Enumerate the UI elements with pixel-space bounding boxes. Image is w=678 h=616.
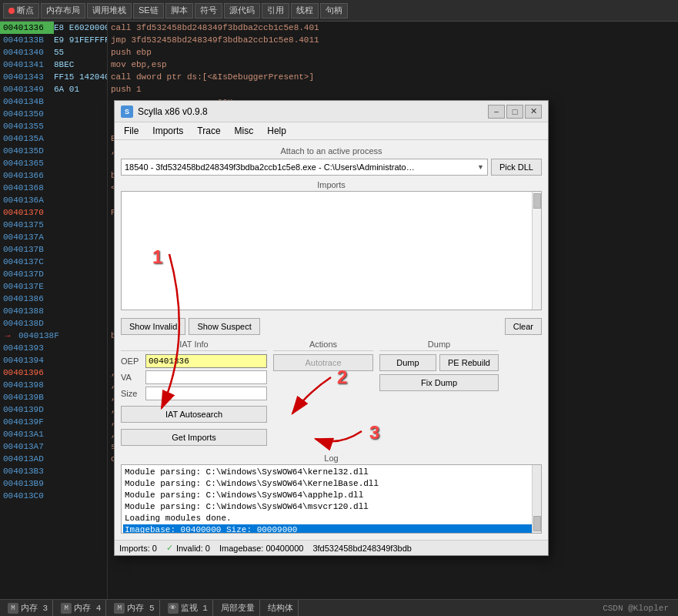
code-row: 00401366 bbox=[0, 169, 107, 182]
code-asm-row: call 3fd532458bd248349f3bdba2ccb1c5e8.40… bbox=[111, 22, 678, 34]
toolbar-script[interactable]: 脚本 bbox=[165, 3, 193, 18]
code-row: 004013C0 bbox=[0, 490, 107, 502]
bottom-section-wrapper: IAT Info OEP VA Size IAT Autosearch Get … bbox=[121, 340, 542, 446]
pe-rebuild-button[interactable]: PE Rebuild bbox=[439, 354, 499, 371]
status-right: CSDN @Klopler bbox=[603, 604, 675, 613]
status-watch[interactable]: 👁 监视 1 bbox=[163, 600, 213, 616]
code-row: 0040137E bbox=[0, 280, 107, 293]
log-entry-selected[interactable]: Imagebase: 00400000 Size: 00009000 bbox=[123, 524, 539, 534]
va-label: VA bbox=[121, 373, 142, 382]
process-select[interactable]: 18540 - 3fd532458bd248349f3bdba2ccb1c5e8… bbox=[121, 159, 488, 176]
clear-button[interactable]: Clear bbox=[505, 318, 542, 335]
toolbar-handles[interactable]: 句柄 bbox=[320, 3, 348, 18]
minimize-button[interactable]: − bbox=[488, 105, 505, 119]
menu-misc[interactable]: Misc bbox=[229, 124, 260, 138]
code-row: 00401365 bbox=[0, 157, 107, 169]
show-suspect-button[interactable]: Show Suspect bbox=[189, 318, 259, 335]
toolbar-breakpoints[interactable]: 断点 bbox=[3, 3, 39, 18]
toolbar-references[interactable]: 引用 bbox=[262, 3, 289, 18]
status-memory3[interactable]: M 内存 3 bbox=[3, 600, 53, 616]
dialog-titlebar[interactable]: S Scylla x86 v0.9.8 − □ ✕ bbox=[115, 101, 548, 122]
iat-autosearch-button[interactable]: IAT Autosearch bbox=[121, 406, 267, 423]
debugger-toolbar: 断点 内存布局 调用堆栈 SE链 脚本 符号 源代码 引用 线程 句柄 bbox=[0, 0, 678, 22]
oep-input[interactable] bbox=[145, 354, 267, 368]
pick-dll-button[interactable]: Pick DLL bbox=[491, 159, 542, 176]
scrollbar-thumb[interactable] bbox=[533, 193, 541, 209]
memory-icon: M bbox=[114, 603, 125, 614]
dropdown-arrow-icon: ▼ bbox=[477, 163, 484, 171]
code-asm-row: push ebp bbox=[111, 46, 678, 59]
invalid-status-text: Invalid: 0 bbox=[176, 544, 210, 553]
log-entry: Module parsing: C:\Windows\SysWOW64\Kern… bbox=[123, 478, 539, 490]
menu-trace[interactable]: Trace bbox=[191, 124, 226, 138]
status-locals[interactable]: 局部变量 bbox=[216, 600, 260, 616]
code-row: → 0040138F bbox=[0, 330, 107, 342]
scylla-dialog: S Scylla x86 v0.9.8 − □ ✕ File Imports T… bbox=[114, 100, 549, 556]
size-input[interactable] bbox=[145, 387, 267, 400]
dialog-menubar: File Imports Trace Misc Help bbox=[115, 122, 548, 140]
iat-buttons: IAT Autosearch Get Imports bbox=[121, 403, 267, 446]
va-input[interactable] bbox=[145, 370, 267, 384]
code-row: 00401341 8BEC bbox=[0, 59, 107, 71]
actions-title: Actions bbox=[273, 340, 373, 351]
toolbar-source[interactable]: 源代码 bbox=[224, 3, 260, 18]
imports-list[interactable] bbox=[121, 191, 542, 310]
log-scrollbar[interactable] bbox=[532, 465, 541, 533]
code-row: 0040139D bbox=[0, 403, 107, 416]
code-row: 00401368 bbox=[0, 182, 107, 194]
imports-scrollbar[interactable] bbox=[532, 192, 541, 310]
fix-dump-button[interactable]: Fix Dump bbox=[379, 374, 499, 391]
watch-icon: 👁 bbox=[168, 603, 179, 614]
dump-title: Dump bbox=[379, 340, 499, 351]
log-list[interactable]: Module parsing: C:\Windows\SysWOW64\kern… bbox=[121, 464, 542, 534]
status-structure[interactable]: 结构体 bbox=[263, 600, 299, 616]
attach-label: Attach to an active process bbox=[280, 146, 382, 156]
close-button[interactable]: ✕ bbox=[525, 105, 542, 119]
toolbar-symbols[interactable]: 符号 bbox=[195, 3, 222, 18]
maximize-button[interactable]: □ bbox=[506, 105, 523, 119]
check-icon: ✓ bbox=[166, 543, 173, 553]
log-entry: Module parsing: C:\Windows\SysWOW64\apph… bbox=[123, 490, 539, 501]
code-row: 0040135D bbox=[0, 145, 107, 157]
show-invalid-button[interactable]: Show Invalid bbox=[121, 318, 185, 335]
status-memory4[interactable]: M 内存 4 bbox=[56, 600, 106, 616]
oep-label: OEP bbox=[121, 357, 142, 366]
code-row: 00401394 bbox=[0, 354, 107, 367]
autotrace-button[interactable]: Autotrace bbox=[273, 354, 373, 371]
toolbar-threads[interactable]: 线程 bbox=[291, 3, 319, 18]
status-memory5[interactable]: M 内存 5 bbox=[109, 600, 159, 616]
right-buttons: Clear bbox=[505, 318, 542, 335]
status-imagebase: Imagebase: 00400000 bbox=[219, 544, 303, 553]
get-imports-button[interactable]: Get Imports bbox=[121, 429, 267, 446]
code-row: 0040139B bbox=[0, 391, 107, 403]
code-row: 0040137C bbox=[0, 256, 107, 268]
code-row: 0040134B bbox=[0, 95, 107, 108]
code-row: 0040137B bbox=[0, 243, 107, 256]
iat-info-section: IAT Info OEP VA Size IAT Autosearch Get … bbox=[121, 340, 267, 446]
oep-field-row: OEP bbox=[121, 354, 267, 368]
log-scrollbar-thumb[interactable] bbox=[533, 516, 541, 531]
dialog-body: Attach to an active process 18540 - 3fd5… bbox=[115, 140, 548, 540]
code-row: 00401393 bbox=[0, 342, 107, 354]
process-value: 18540 - 3fd532458bd248349f3bdba2ccb1c5e8… bbox=[125, 162, 417, 172]
code-asm-row: mov ebp,esp bbox=[111, 59, 678, 71]
code-row: 00401386 bbox=[0, 293, 107, 305]
menu-help[interactable]: Help bbox=[261, 124, 292, 138]
log-entry: Loading modules done. bbox=[123, 513, 539, 524]
code-row: 00401355 bbox=[0, 120, 107, 132]
dump-button[interactable]: Dump bbox=[379, 354, 436, 371]
code-row: 00401349 6A 01 bbox=[0, 83, 107, 95]
imports-label: Imports bbox=[121, 180, 542, 189]
menu-file[interactable]: File bbox=[118, 124, 145, 138]
dialog-statusbar: Imports: 0 ✓ Invalid: 0 Imagebase: 00400… bbox=[115, 540, 548, 555]
toolbar-callstack[interactable]: 调用堆栈 bbox=[87, 3, 132, 18]
toolbar-memory[interactable]: 内存布局 bbox=[41, 3, 85, 18]
imports-section: Imports bbox=[121, 180, 542, 310]
code-row: 00401370 bbox=[0, 206, 107, 219]
toolbar-sechain[interactable]: SE链 bbox=[133, 3, 164, 18]
menu-imports[interactable]: Imports bbox=[146, 124, 189, 138]
debugger-statusbar: M 内存 3 M 内存 4 M 内存 5 👁 监视 1 局部变量 结构体 CSD… bbox=[0, 599, 678, 616]
left-buttons: Show Invalid Show Suspect bbox=[121, 318, 260, 335]
code-row: 0040138D bbox=[0, 317, 107, 330]
actions-section: Actions Autotrace bbox=[273, 340, 373, 446]
